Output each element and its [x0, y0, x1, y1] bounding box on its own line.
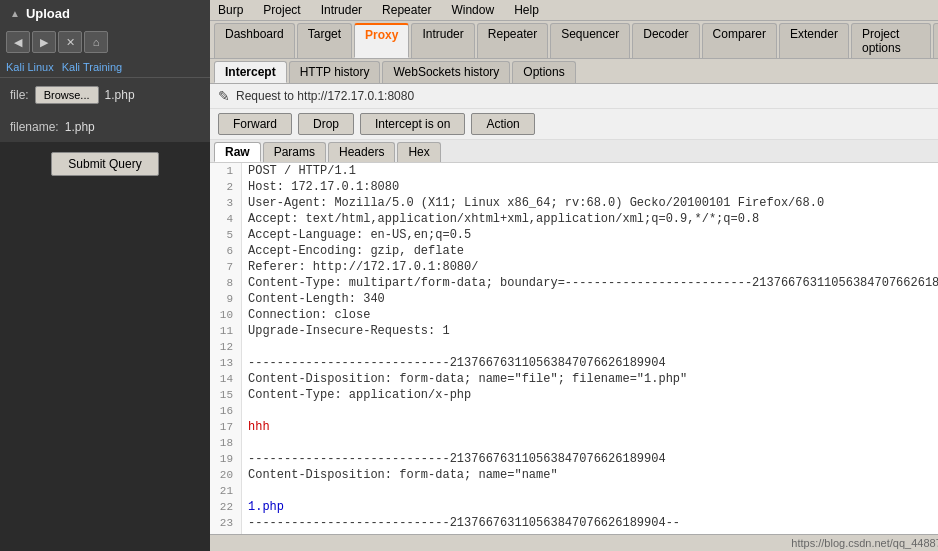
table-row: 14Content-Disposition: form-data; name="… [210, 371, 938, 387]
line-content: Accept-Encoding: gzip, deflate [242, 243, 464, 259]
line-number: 12 [210, 339, 242, 355]
content-tab-headers[interactable]: Headers [328, 142, 395, 162]
forward-button[interactable]: Forward [218, 113, 292, 135]
status-text: https://blog.csdn.net/qq_44887839 [791, 537, 938, 549]
menu-item-help[interactable]: Help [510, 2, 543, 18]
content-tab-params[interactable]: Params [263, 142, 326, 162]
table-row: 19----------------------------2137667631… [210, 451, 938, 467]
filename-value: 1.php [65, 120, 95, 134]
line-number: 1 [210, 163, 242, 179]
line-content: Accept: text/html,application/xhtml+xml,… [242, 211, 759, 227]
line-number: 22 [210, 499, 242, 515]
table-row: 12 [210, 339, 938, 355]
line-content: hhh [242, 419, 270, 435]
tab-extender[interactable]: Extender [779, 23, 849, 58]
line-content: POST / HTTP/1.1 [242, 163, 356, 179]
line-content: Content-Disposition: form-data; name="na… [242, 467, 558, 483]
tab-u[interactable]: U [933, 23, 938, 58]
table-row: 3User-Agent: Mozilla/5.0 (X11; Linux x86… [210, 195, 938, 211]
tab-proxy[interactable]: Proxy [354, 23, 409, 58]
line-number: 23 [210, 515, 242, 531]
line-number: 21 [210, 483, 242, 499]
table-row: 7Referer: http://172.17.0.1:8080/ [210, 259, 938, 275]
table-row: 18 [210, 435, 938, 451]
content-tab-hex[interactable]: Hex [397, 142, 440, 162]
line-number: 3 [210, 195, 242, 211]
forward-nav-button[interactable]: ▶ [32, 31, 56, 53]
menu-item-repeater[interactable]: Repeater [378, 2, 435, 18]
table-row: 4Accept: text/html,application/xhtml+xml… [210, 211, 938, 227]
line-content: 1.php [242, 499, 284, 515]
intercept-button[interactable]: Intercept is on [360, 113, 465, 135]
line-content [242, 339, 248, 355]
kali-linux-link[interactable]: Kali Linux [6, 61, 54, 73]
table-row: 11Upgrade-Insecure-Requests: 1 [210, 323, 938, 339]
sidebar: Upload ◀ ▶ ✕ ⌂ Kali Linux Kali Training … [0, 0, 210, 551]
line-content: Content-Type: multipart/form-data; bound… [242, 275, 938, 291]
content-tabs: RawParamsHeadersHex [210, 140, 938, 163]
content-tab-raw[interactable]: Raw [214, 142, 261, 162]
table-row: 20Content-Disposition: form-data; name="… [210, 467, 938, 483]
file-name-display: 1.php [105, 88, 135, 102]
table-row: 221.php [210, 499, 938, 515]
line-number: 4 [210, 211, 242, 227]
line-content: ----------------------------213766763110… [242, 355, 666, 371]
table-row: 1POST / HTTP/1.1 [210, 163, 938, 179]
line-content: Connection: close [242, 307, 370, 323]
code-area[interactable]: 1POST / HTTP/1.12Host: 172.17.0.1:80803U… [210, 163, 938, 534]
drop-button[interactable]: Drop [298, 113, 354, 135]
table-row: 6Accept-Encoding: gzip, deflate [210, 243, 938, 259]
line-content: Referer: http://172.17.0.1:8080/ [242, 259, 478, 275]
filename-row: filename: 1.php [0, 112, 210, 142]
line-content [242, 483, 248, 499]
menu-item-project[interactable]: Project [259, 2, 304, 18]
tab-repeater[interactable]: Repeater [477, 23, 548, 58]
subtab-http-history[interactable]: HTTP history [289, 61, 381, 83]
home-button[interactable]: ⌂ [84, 31, 108, 53]
table-row: 16 [210, 403, 938, 419]
action-buttons-bar: ForwardDropIntercept is onAction [210, 109, 938, 140]
tab-sequencer[interactable]: Sequencer [550, 23, 630, 58]
line-number: 19 [210, 451, 242, 467]
edit-icon: ✎ [218, 88, 230, 104]
stop-button[interactable]: ✕ [58, 31, 82, 53]
line-content: User-Agent: Mozilla/5.0 (X11; Linux x86_… [242, 195, 824, 211]
line-number: 10 [210, 307, 242, 323]
tab-comparer[interactable]: Comparer [702, 23, 777, 58]
status-bar: https://blog.csdn.net/qq_44887839 [210, 534, 938, 551]
sidebar-header: Upload [0, 0, 210, 27]
tab-target[interactable]: Target [297, 23, 352, 58]
tab-decoder[interactable]: Decoder [632, 23, 699, 58]
table-row: 5Accept-Language: en-US,en;q=0.5 [210, 227, 938, 243]
back-button[interactable]: ◀ [6, 31, 30, 53]
tab-dashboard[interactable]: Dashboard [214, 23, 295, 58]
table-row: 10Connection: close [210, 307, 938, 323]
table-row: 17hhh [210, 419, 938, 435]
line-number: 8 [210, 275, 242, 291]
line-number: 20 [210, 467, 242, 483]
subtab-intercept[interactable]: Intercept [214, 61, 287, 83]
menu-item-burp[interactable]: Burp [214, 2, 247, 18]
main-area: BurpProjectIntruderRepeaterWindowHelp Da… [210, 0, 938, 551]
tab-project-options[interactable]: Project options [851, 23, 931, 58]
submit-query-button[interactable]: Submit Query [51, 152, 158, 176]
table-row: 2Host: 172.17.0.1:8080 [210, 179, 938, 195]
line-content: Accept-Language: en-US,en;q=0.5 [242, 227, 471, 243]
table-row: 8Content-Type: multipart/form-data; boun… [210, 275, 938, 291]
line-content: Host: 172.17.0.1:8080 [242, 179, 399, 195]
table-row: 15Content-Type: application/x-php [210, 387, 938, 403]
line-number: 14 [210, 371, 242, 387]
subtab-options[interactable]: Options [512, 61, 575, 83]
table-row: 9Content-Length: 340 [210, 291, 938, 307]
kali-training-link[interactable]: Kali Training [62, 61, 123, 73]
line-content [242, 403, 248, 419]
line-number: 6 [210, 243, 242, 259]
tab-intruder[interactable]: Intruder [411, 23, 474, 58]
menu-item-intruder[interactable]: Intruder [317, 2, 366, 18]
browse-button[interactable]: Browse... [35, 86, 99, 104]
action-button[interactable]: Action [471, 113, 534, 135]
menu-item-window[interactable]: Window [447, 2, 498, 18]
top-tabs: DashboardTargetProxyIntruderRepeaterSequ… [210, 21, 938, 59]
request-bar: ✎ Request to http://172.17.0.1:8080 [210, 84, 938, 109]
subtab-websockets-history[interactable]: WebSockets history [382, 61, 510, 83]
